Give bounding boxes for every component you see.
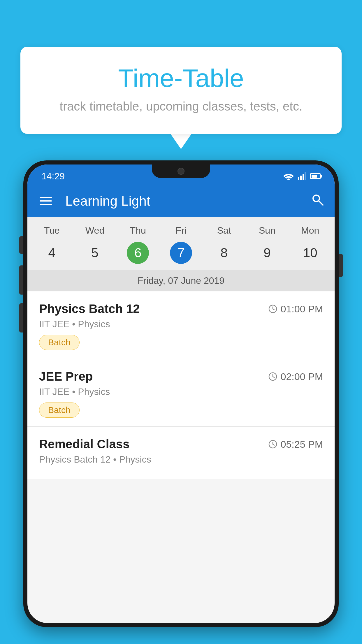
- app-title: Learning Light: [65, 193, 302, 209]
- day-4[interactable]: 4: [30, 241, 73, 265]
- day-9[interactable]: 9: [246, 241, 289, 265]
- svg-rect-3: [305, 172, 306, 180]
- clock-icon-2: [268, 372, 277, 381]
- signal-icon: [298, 172, 306, 180]
- phone-screen: 14:29: [27, 164, 335, 623]
- phone-notch: [152, 164, 210, 178]
- class-list: Physics Batch 12 01:00 PM IIT JEE • Phys…: [27, 291, 335, 479]
- class-item-header-1: Physics Batch 12 01:00 PM: [39, 302, 323, 316]
- class-time-1: 01:00 PM: [268, 303, 323, 315]
- day-6-today[interactable]: 6: [116, 241, 159, 265]
- day-header-sat: Sat: [203, 225, 246, 236]
- bubble-title: Time-Table: [44, 64, 318, 92]
- silent-button: [19, 303, 23, 332]
- class-subject-3: Physics Batch 12 • Physics: [39, 454, 323, 465]
- class-item-header-2: JEE Prep 02:00 PM: [39, 370, 323, 384]
- class-name-1: Physics Batch 12: [39, 302, 140, 316]
- batch-tag-2: Batch: [39, 402, 80, 418]
- day-8[interactable]: 8: [203, 241, 246, 265]
- volume-up-button: [19, 236, 23, 254]
- class-item-physics-batch-12[interactable]: Physics Batch 12 01:00 PM IIT JEE • Phys…: [27, 291, 335, 359]
- speech-bubble-card: Time-Table track timetable, upcoming cla…: [20, 47, 342, 134]
- class-time-text-1: 01:00 PM: [280, 303, 323, 315]
- volume-down-button: [19, 265, 23, 295]
- bubble-subtitle: track timetable, upcoming classes, tests…: [44, 99, 318, 113]
- class-subject-2: IIT JEE • Physics: [39, 386, 323, 397]
- class-subject-1: IIT JEE • Physics: [39, 319, 323, 330]
- svg-line-5: [319, 201, 323, 205]
- class-name-2: JEE Prep: [39, 370, 93, 384]
- svg-rect-1: [300, 176, 302, 180]
- class-item-header-3: Remedial Class 05:25 PM: [39, 437, 323, 451]
- speech-bubble-section: Time-Table track timetable, upcoming cla…: [20, 47, 342, 149]
- calendar-section: Tue Wed Thu Fri Sat Sun Mon 4 5 6 7: [27, 217, 335, 291]
- svg-rect-0: [298, 177, 299, 180]
- day-numbers-row: 4 5 6 7 8 9 10: [27, 239, 335, 270]
- class-time-text-2: 02:00 PM: [280, 371, 323, 382]
- day-header-thu: Thu: [116, 225, 159, 236]
- day-7-selected[interactable]: 7: [159, 241, 203, 265]
- day-headers-row: Tue Wed Thu Fri Sat Sun Mon: [27, 217, 335, 239]
- menu-icon[interactable]: [38, 195, 54, 207]
- selected-date-label: Friday, 07 June 2019: [27, 270, 335, 291]
- power-button: [339, 254, 343, 277]
- bubble-tail: [171, 134, 191, 149]
- batch-tag-1: Batch: [39, 335, 80, 350]
- status-time: 14:29: [41, 171, 65, 182]
- clock-icon-3: [268, 440, 277, 449]
- status-icons: [283, 172, 321, 180]
- battery-icon: [310, 173, 321, 179]
- class-name-3: Remedial Class: [39, 437, 130, 451]
- wifi-icon: [283, 172, 294, 180]
- phone-container: 14:29: [23, 160, 339, 644]
- class-time-2: 02:00 PM: [268, 371, 323, 382]
- day-header-mon: Mon: [289, 225, 332, 236]
- clock-icon-1: [268, 304, 277, 314]
- day-header-sun: Sun: [246, 225, 289, 236]
- day-header-tue: Tue: [30, 225, 73, 236]
- class-item-jee-prep[interactable]: JEE Prep 02:00 PM IIT JEE • Physics Batc…: [27, 359, 335, 427]
- phone-camera: [178, 168, 184, 175]
- day-header-wed: Wed: [73, 225, 117, 236]
- class-item-remedial[interactable]: Remedial Class 05:25 PM Physics Batch 12…: [27, 427, 335, 479]
- search-icon[interactable]: [311, 193, 324, 209]
- day-10[interactable]: 10: [289, 241, 332, 265]
- phone-frame: 14:29: [23, 160, 339, 627]
- app-bar: Learning Light: [27, 185, 335, 217]
- class-time-3: 05:25 PM: [268, 439, 323, 450]
- svg-rect-2: [303, 174, 304, 180]
- day-5[interactable]: 5: [73, 241, 117, 265]
- class-time-text-3: 05:25 PM: [280, 439, 323, 450]
- day-header-fri: Fri: [159, 225, 203, 236]
